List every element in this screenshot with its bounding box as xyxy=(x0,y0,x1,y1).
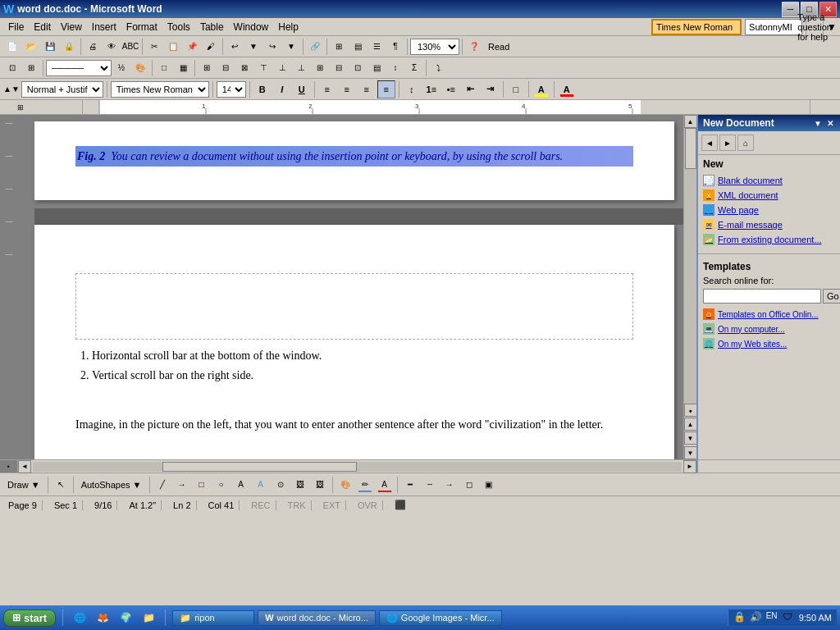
textbox-tool-btn[interactable]: A xyxy=(232,476,250,494)
help-question-btn[interactable]: Type a question for help xyxy=(806,18,824,36)
panel-dropdown-btn[interactable]: ▼ xyxy=(812,119,824,128)
web-page-link[interactable]: 🌐 Web page xyxy=(703,203,835,217)
email-message-link[interactable]: ✉ E-mail message xyxy=(703,217,835,232)
wordart-btn[interactable]: A xyxy=(252,476,270,494)
draw-btn[interactable]: Draw ▼ xyxy=(3,476,44,494)
new-btn[interactable]: 📄 xyxy=(3,38,21,56)
zoom-dropdown[interactable]: 130% 100% 75% xyxy=(410,39,459,55)
redo-drop-btn[interactable]: ▼ xyxy=(282,38,300,56)
decrease-indent-btn[interactable]: ⇤ xyxy=(462,80,480,98)
computer-templates-link[interactable]: 💻 On my computer... xyxy=(703,322,835,336)
doc-page-bottom[interactable]: Horizontal scroll bar at the bottom of t… xyxy=(34,225,674,459)
font-dropdown[interactable]: Times New Roman xyxy=(111,81,209,98)
h-scrollbar-thumb[interactable] xyxy=(162,462,357,472)
normal-view-btn[interactable]: ▪ xyxy=(7,463,10,470)
office-templates-link[interactable]: O Templates on Office Onlin... xyxy=(703,307,835,322)
formula-btn[interactable]: Σ xyxy=(405,59,423,77)
copy-btn[interactable]: 📋 xyxy=(164,38,182,56)
undo-btn[interactable]: ↩ xyxy=(226,38,244,56)
line-color-btn[interactable]: 🎨 xyxy=(131,59,149,77)
change-dir-btn[interactable]: ⤵ xyxy=(429,59,447,77)
websites-templates-link[interactable]: 🌐 On my Web sites... xyxy=(703,336,835,351)
permission-btn[interactable]: 🔒 xyxy=(60,38,78,56)
insert-table2-btn[interactable]: ⊞ xyxy=(198,59,216,77)
show-hide-btn[interactable]: ¶ xyxy=(386,38,404,56)
bold-button[interactable]: B xyxy=(253,80,272,98)
arrow-style-btn[interactable]: → xyxy=(441,476,459,494)
outside-border2-btn[interactable]: □ xyxy=(507,80,525,98)
cut-btn[interactable]: ✂ xyxy=(145,38,163,56)
line-spacing-btn[interactable]: ↕ xyxy=(403,80,421,98)
panel-close-btn[interactable]: ✕ xyxy=(825,119,835,128)
go-button[interactable]: Go xyxy=(823,289,840,304)
spell-btn[interactable]: ABC xyxy=(121,38,139,56)
scroll-prev-page-btn[interactable]: ▲ xyxy=(684,418,697,431)
scroll-thumb[interactable] xyxy=(685,128,696,169)
font-color-btn[interactable]: A xyxy=(558,80,576,98)
style-btn1[interactable]: ⊡ xyxy=(3,59,21,77)
shading-btn[interactable]: ▦ xyxy=(174,59,192,77)
scroll-select-prev-btn[interactable]: ● xyxy=(684,404,697,417)
menu-edit[interactable]: Edit xyxy=(29,20,56,34)
font-name2-dropdown[interactable]: SutonnyMI xyxy=(745,19,802,35)
from-existing-link[interactable]: 📂 From existing document... xyxy=(703,232,835,247)
help-dropdown-arrow[interactable]: ▼ xyxy=(827,21,837,33)
minimize-button[interactable]: ─ xyxy=(782,2,799,17)
font-size-dropdown[interactable]: 14 12 16 xyxy=(217,81,246,98)
print-preview-btn[interactable]: 👁 xyxy=(103,38,121,56)
panel-home-btn[interactable]: ⌂ xyxy=(737,135,754,151)
menu-file[interactable]: File xyxy=(3,20,29,34)
ruler-corner[interactable]: ⊞ xyxy=(17,103,24,112)
bullets-btn[interactable]: •≡ xyxy=(442,80,460,98)
3d-btn[interactable]: ▣ xyxy=(480,476,498,494)
taskbar-item-ripon[interactable]: 📁 ripon xyxy=(172,610,254,626)
clipart-btn[interactable]: 🖼 xyxy=(291,476,309,494)
insert-table-btn[interactable]: ▤ xyxy=(349,38,367,56)
arrow-tool-btn[interactable]: → xyxy=(173,476,191,494)
sort-btn[interactable]: ↕ xyxy=(386,59,404,77)
scroll-down-btn[interactable]: ▼ xyxy=(684,446,697,459)
paste-btn[interactable]: 📌 xyxy=(183,38,201,56)
vertical-scrollbar[interactable]: ▲ ● ▲ ▼ ▼ xyxy=(683,115,696,459)
shadow-btn[interactable]: ◻ xyxy=(460,476,478,494)
picture-btn[interactable]: 🖼 xyxy=(311,476,329,494)
select-object-btn[interactable]: ↖ xyxy=(52,476,70,494)
start-button[interactable]: ⊞ start xyxy=(3,609,56,627)
dash-style-btn[interactable]: ╌ xyxy=(421,476,439,494)
open-btn[interactable]: 📂 xyxy=(22,38,40,56)
document-area[interactable]: Fig. 2 You can review a document without… xyxy=(18,115,683,459)
table-autoformat-btn[interactable]: ▤ xyxy=(368,59,386,77)
menu-tools[interactable]: Tools xyxy=(162,20,195,34)
panel-back-btn[interactable]: ◄ xyxy=(701,135,718,151)
numbering-btn[interactable]: 1≡ xyxy=(422,80,441,98)
firefox-quick-btn[interactable]: 🦊 xyxy=(93,608,112,628)
increase-indent-btn[interactable]: ⇥ xyxy=(482,80,500,98)
align-left-btn[interactable]: ≡ xyxy=(318,80,336,98)
print-btn[interactable]: 🖨 xyxy=(84,38,102,56)
browser-quick-btn[interactable]: 🌍 xyxy=(116,608,135,628)
style-dropdown[interactable]: Normal + Justif xyxy=(21,81,103,98)
fill-color-btn[interactable]: 🎨 xyxy=(336,476,354,494)
xml-document-link[interactable]: X XML document xyxy=(703,188,835,203)
search-input[interactable] xyxy=(703,289,821,304)
distribute-cols-btn[interactable]: ⊟ xyxy=(330,59,348,77)
highlight-btn[interactable]: A xyxy=(532,80,550,98)
insert-hyperlink-btn[interactable]: 🔗 xyxy=(306,38,324,56)
menu-window[interactable]: Window xyxy=(229,20,274,34)
ie-quick-btn[interactable]: 🌐 xyxy=(70,608,89,628)
align-center-btn[interactable]: ≡ xyxy=(338,80,356,98)
format-painter-btn[interactable]: 🖌 xyxy=(202,38,220,56)
scroll-up-btn[interactable]: ▲ xyxy=(684,115,697,128)
autoshapes-btn[interactable]: AutoShapes ▼ xyxy=(77,476,146,494)
split-cells-btn[interactable]: ⊠ xyxy=(235,59,253,77)
help-btn[interactable]: ❓ xyxy=(465,38,483,56)
style-btn2[interactable]: ⊞ xyxy=(22,59,40,77)
scroll-right-btn[interactable]: ► xyxy=(683,460,696,473)
line-tool-btn[interactable]: ╱ xyxy=(153,476,171,494)
line-weight-btn[interactable]: ½ xyxy=(112,59,130,77)
underline-button[interactable]: U xyxy=(293,80,311,98)
menu-view[interactable]: View xyxy=(56,20,87,34)
font-color2-btn[interactable]: A xyxy=(376,476,394,494)
distribute-rows-btn[interactable]: ⊞ xyxy=(311,59,329,77)
menu-format[interactable]: Format xyxy=(121,20,162,34)
